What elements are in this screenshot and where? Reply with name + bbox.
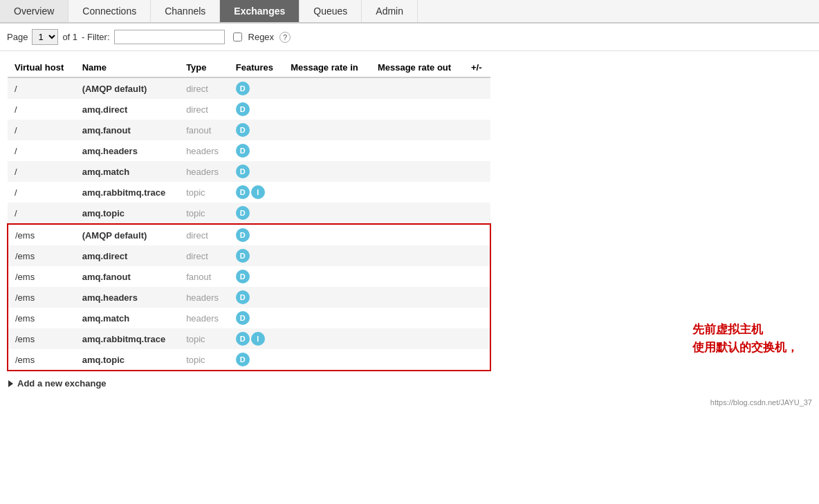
cell-action bbox=[464, 287, 490, 308]
cell-rate-out bbox=[371, 349, 464, 371]
cell-name[interactable]: (AMQP default) bbox=[75, 224, 179, 245]
nav-queues[interactable]: Queues bbox=[300, 0, 362, 22]
cell-vhost: /ems bbox=[8, 328, 75, 349]
cell-action bbox=[464, 245, 490, 266]
expand-icon bbox=[8, 380, 13, 387]
cell-rate-in bbox=[284, 287, 371, 308]
cell-features: D bbox=[229, 245, 284, 266]
regex-label: Regex bbox=[248, 32, 275, 42]
cell-action bbox=[464, 308, 490, 328]
table-row: /amq.fanoutfanoutD bbox=[8, 120, 490, 140]
nav-admin[interactable]: Admin bbox=[362, 0, 418, 22]
filter-input[interactable] bbox=[114, 30, 225, 44]
add-exchange-section[interactable]: Add a new exchange bbox=[0, 371, 819, 395]
cell-rate-in bbox=[284, 161, 371, 182]
cell-features: D bbox=[229, 77, 284, 99]
cell-action bbox=[464, 77, 490, 99]
table-row: /emsamq.matchheadersD bbox=[8, 308, 490, 328]
cell-name[interactable]: amq.headers bbox=[75, 140, 179, 161]
cell-rate-in bbox=[284, 140, 371, 161]
cell-rate-out bbox=[371, 120, 464, 140]
col-features: Features bbox=[229, 58, 284, 77]
table-row: /emsamq.topictopicD bbox=[8, 349, 490, 371]
add-exchange-label: Add a new exchange bbox=[17, 378, 107, 389]
col-name: Name bbox=[75, 58, 179, 77]
feature-badge: D bbox=[236, 332, 250, 346]
cell-vhost: /ems bbox=[8, 266, 75, 287]
cell-name[interactable]: amq.fanout bbox=[75, 266, 179, 287]
cell-name[interactable]: amq.match bbox=[75, 161, 179, 182]
col-vhost: Virtual host bbox=[8, 58, 75, 77]
cell-type: headers bbox=[179, 308, 229, 328]
cell-name[interactable]: amq.headers bbox=[75, 287, 179, 308]
cell-rate-in bbox=[284, 120, 371, 140]
nav-channels[interactable]: Channels bbox=[151, 0, 220, 22]
cell-action bbox=[464, 99, 490, 120]
cell-vhost: / bbox=[8, 120, 75, 140]
feature-badge: D bbox=[236, 249, 250, 263]
nav-overview[interactable]: Overview bbox=[0, 0, 68, 22]
feature-badge: I bbox=[251, 332, 265, 346]
exchanges-table: Virtual host Name Type Features Message … bbox=[7, 58, 491, 371]
cell-type: direct bbox=[179, 224, 229, 245]
feature-badge: D bbox=[236, 206, 250, 220]
table-container: Virtual host Name Type Features Message … bbox=[0, 51, 819, 371]
cell-name[interactable]: amq.fanout bbox=[75, 120, 179, 140]
cell-rate-out bbox=[371, 77, 464, 99]
cell-features: D bbox=[229, 349, 284, 371]
help-icon[interactable]: ? bbox=[279, 32, 291, 43]
cell-rate-out bbox=[371, 224, 464, 245]
cell-type: headers bbox=[179, 161, 229, 182]
nav-connections[interactable]: Connections bbox=[68, 0, 151, 22]
cell-features: D bbox=[229, 266, 284, 287]
feature-badge: D bbox=[236, 82, 250, 95]
cell-name[interactable]: amq.rabbitmq.trace bbox=[75, 328, 179, 349]
cell-rate-in bbox=[284, 99, 371, 120]
cell-action bbox=[464, 224, 490, 245]
cell-name[interactable]: amq.match bbox=[75, 308, 179, 328]
cell-rate-out bbox=[371, 287, 464, 308]
cell-type: fanout bbox=[179, 266, 229, 287]
cell-vhost: /ems bbox=[8, 308, 75, 328]
cell-action bbox=[464, 161, 490, 182]
cell-action bbox=[464, 349, 490, 371]
filter-label: - Filter: bbox=[82, 32, 109, 42]
cell-rate-in bbox=[284, 349, 371, 371]
cell-vhost: / bbox=[8, 203, 75, 224]
cell-vhost: /ems bbox=[8, 287, 75, 308]
cell-vhost: / bbox=[8, 140, 75, 161]
cell-features: D bbox=[229, 287, 284, 308]
cell-vhost: /ems bbox=[8, 349, 75, 371]
cell-action bbox=[464, 120, 490, 140]
cell-name[interactable]: amq.topic bbox=[75, 203, 179, 224]
cell-vhost: /ems bbox=[8, 245, 75, 266]
cell-rate-out bbox=[371, 245, 464, 266]
cell-type: topic bbox=[179, 203, 229, 224]
cell-type: fanout bbox=[179, 120, 229, 140]
cell-rate-in bbox=[284, 77, 371, 99]
cell-name[interactable]: amq.topic bbox=[75, 349, 179, 371]
cell-name[interactable]: (AMQP default) bbox=[75, 77, 179, 99]
table-row: /amq.rabbitmq.tracetopicDI bbox=[8, 182, 490, 203]
cell-type: topic bbox=[179, 182, 229, 203]
cell-rate-in bbox=[284, 308, 371, 328]
feature-badge: D bbox=[236, 353, 250, 366]
cell-name[interactable]: amq.direct bbox=[75, 245, 179, 266]
feature-badge: D bbox=[236, 165, 250, 178]
cell-name[interactable]: amq.rabbitmq.trace bbox=[75, 182, 179, 203]
regex-checkbox[interactable] bbox=[233, 32, 242, 41]
table-row: /amq.headersheadersD bbox=[8, 140, 490, 161]
annotation-text: 先前虚拟主机 使用默认的交换机， bbox=[692, 321, 798, 356]
cell-rate-out bbox=[371, 161, 464, 182]
cell-name[interactable]: amq.direct bbox=[75, 99, 179, 120]
feature-badge: D bbox=[236, 311, 250, 325]
page-select[interactable]: 1 bbox=[32, 29, 58, 45]
cell-vhost: /ems bbox=[8, 224, 75, 245]
nav-exchanges[interactable]: Exchanges bbox=[220, 0, 300, 22]
cell-vhost: / bbox=[8, 99, 75, 120]
cell-features: D bbox=[229, 203, 284, 224]
page-label: Page bbox=[7, 32, 28, 42]
cell-features: D bbox=[229, 99, 284, 120]
table-header-row: Virtual host Name Type Features Message … bbox=[8, 58, 490, 77]
footer-url: https://blog.csdn.net/JAYU_37 bbox=[710, 398, 812, 407]
